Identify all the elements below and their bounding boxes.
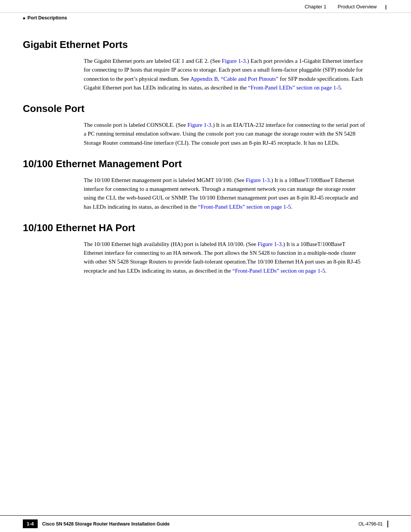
footer-left: 1-4 Cisco SN 5428 Storage Router Hardwar… — [23, 519, 170, 528]
section-label: Port Descriptions — [23, 15, 67, 21]
section-label-bar: Port Descriptions — [0, 13, 411, 21]
heading-gigabit-ethernet-ports: Gigabit Ethernet Ports — [23, 39, 388, 51]
doc-number: OL-4796-01 — [358, 521, 383, 527]
chapter-label: Chapter 1 — [305, 4, 327, 10]
product-label: Product Overview — [338, 4, 377, 10]
link-figure-1-3-ha[interactable]: Figure 1-3 — [258, 241, 282, 247]
paragraph-gigabit: The Gigabit Ethernet ports are labeled G… — [84, 57, 365, 92]
link-figure-1-3-mgmt[interactable]: Figure 1-3 — [246, 177, 270, 183]
heading-ha-port: 10/100 Ethernet HA Port — [23, 222, 388, 234]
text-block-ha: The 10/100 Ethernet high availability (H… — [84, 240, 365, 275]
paragraph-console: The console port is labeled CONSOLE. (Se… — [84, 121, 365, 147]
link-front-panel-leds-mgmt[interactable]: “Front-Panel LEDs” section on page 1-5 — [198, 204, 291, 210]
top-bar: Chapter 1 Product Overview | — [0, 0, 411, 13]
text-block-console: The console port is labeled CONSOLE. (Se… — [84, 121, 365, 147]
chapter-info: Chapter 1 Product Overview | — [303, 4, 388, 10]
footer-divider — [387, 521, 388, 527]
heading-mgmt-port: 10/100 Ethernet Management Port — [23, 158, 388, 170]
top-bar-divider: | — [385, 4, 387, 10]
text-block-gigabit: The Gigabit Ethernet ports are labeled G… — [84, 57, 365, 92]
main-content: Gigabit Ethernet Ports The Gigabit Ether… — [0, 21, 411, 275]
link-figure-1-3-gigabit[interactable]: Figure 1-3 — [222, 58, 246, 64]
doc-title: Cisco SN 5428 Storage Router Hardware In… — [42, 521, 170, 527]
link-figure-1-3-console[interactable]: Figure 1-3 — [187, 122, 211, 128]
section-label-text: Port Descriptions — [27, 15, 67, 21]
footer-bar: 1-4 Cisco SN 5428 Storage Router Hardwar… — [0, 515, 411, 532]
paragraph-ha: The 10/100 Ethernet high availability (H… — [84, 240, 365, 275]
heading-console-port: Console Port — [23, 103, 388, 115]
page-number-box: 1-4 — [23, 519, 38, 528]
page: Chapter 1 Product Overview | Port Descri… — [0, 0, 411, 532]
link-appendix-b[interactable]: Appendix B, “Cable and Port Pinouts” — [190, 76, 279, 82]
link-front-panel-leds-ha[interactable]: “Front-Panel LEDs” section on page 1-5 — [233, 268, 325, 274]
paragraph-mgmt: The 10/100 Ethernet management port is l… — [84, 176, 365, 211]
footer-right: OL-4796-01 — [358, 521, 388, 527]
link-front-panel-leds-gigabit[interactable]: “Front-Panel LEDs” section on page 1-5 — [248, 85, 341, 91]
text-block-mgmt: The 10/100 Ethernet management port is l… — [84, 176, 365, 211]
